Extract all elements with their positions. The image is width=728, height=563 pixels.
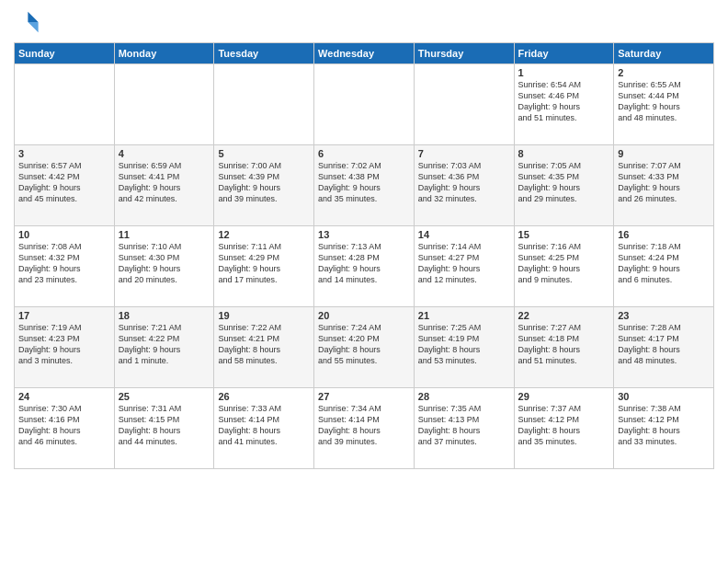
day-number: 25	[119, 391, 210, 402]
day-cell	[214, 64, 314, 145]
day-info: Sunrise: 7:33 AM Sunset: 4:14 PM Dayligh…	[218, 403, 310, 448]
day-cell: 15Sunrise: 7:16 AM Sunset: 4:25 PM Dayli…	[514, 226, 614, 307]
day-number: 6	[318, 148, 410, 159]
day-number: 26	[218, 391, 310, 402]
day-info: Sunrise: 6:57 AM Sunset: 4:42 PM Dayligh…	[18, 160, 110, 205]
day-number: 9	[618, 148, 710, 159]
week-row-1: 1Sunrise: 6:54 AM Sunset: 4:46 PM Daylig…	[15, 64, 714, 145]
day-cell: 22Sunrise: 7:27 AM Sunset: 4:18 PM Dayli…	[514, 307, 614, 388]
week-row-5: 24Sunrise: 7:30 AM Sunset: 4:16 PM Dayli…	[15, 388, 714, 469]
svg-marker-0	[28, 12, 38, 22]
weekday-header-tuesday: Tuesday	[214, 43, 314, 64]
day-cell: 27Sunrise: 7:34 AM Sunset: 4:14 PM Dayli…	[314, 388, 415, 469]
day-cell: 3Sunrise: 6:57 AM Sunset: 4:42 PM Daylig…	[15, 145, 115, 226]
day-info: Sunrise: 7:21 AM Sunset: 4:22 PM Dayligh…	[119, 322, 210, 367]
day-cell: 13Sunrise: 7:13 AM Sunset: 4:28 PM Dayli…	[314, 226, 415, 307]
day-cell: 14Sunrise: 7:14 AM Sunset: 4:27 PM Dayli…	[414, 226, 514, 307]
day-number: 15	[518, 229, 610, 240]
day-number: 30	[618, 391, 710, 402]
day-info: Sunrise: 7:37 AM Sunset: 4:12 PM Dayligh…	[518, 403, 610, 448]
day-info: Sunrise: 7:25 AM Sunset: 4:19 PM Dayligh…	[418, 322, 510, 367]
day-info: Sunrise: 7:07 AM Sunset: 4:33 PM Dayligh…	[618, 160, 710, 205]
day-cell: 12Sunrise: 7:11 AM Sunset: 4:29 PM Dayli…	[214, 226, 314, 307]
day-number: 18	[119, 310, 210, 321]
day-number: 10	[18, 229, 110, 240]
day-cell: 30Sunrise: 7:38 AM Sunset: 4:12 PM Dayli…	[614, 388, 714, 469]
day-number: 28	[418, 391, 510, 402]
day-info: Sunrise: 6:59 AM Sunset: 4:41 PM Dayligh…	[119, 160, 210, 205]
day-info: Sunrise: 7:35 AM Sunset: 4:13 PM Dayligh…	[418, 403, 510, 448]
day-cell: 1Sunrise: 6:54 AM Sunset: 4:46 PM Daylig…	[514, 64, 614, 145]
day-info: Sunrise: 7:00 AM Sunset: 4:39 PM Dayligh…	[218, 160, 310, 205]
day-number: 8	[518, 148, 610, 159]
day-cell: 23Sunrise: 7:28 AM Sunset: 4:17 PM Dayli…	[614, 307, 714, 388]
day-info: Sunrise: 7:08 AM Sunset: 4:32 PM Dayligh…	[18, 241, 110, 286]
day-number: 19	[218, 310, 310, 321]
day-info: Sunrise: 7:24 AM Sunset: 4:20 PM Dayligh…	[318, 322, 410, 367]
day-number: 11	[119, 229, 210, 240]
week-row-2: 3Sunrise: 6:57 AM Sunset: 4:42 PM Daylig…	[15, 145, 714, 226]
day-number: 4	[119, 148, 210, 159]
week-row-4: 17Sunrise: 7:19 AM Sunset: 4:23 PM Dayli…	[15, 307, 714, 388]
day-info: Sunrise: 7:16 AM Sunset: 4:25 PM Dayligh…	[518, 241, 610, 286]
day-info: Sunrise: 7:11 AM Sunset: 4:29 PM Dayligh…	[218, 241, 310, 286]
day-info: Sunrise: 7:30 AM Sunset: 4:16 PM Dayligh…	[18, 403, 110, 448]
week-row-3: 10Sunrise: 7:08 AM Sunset: 4:32 PM Dayli…	[15, 226, 714, 307]
day-number: 3	[18, 148, 110, 159]
day-number: 7	[418, 148, 510, 159]
page: SundayMondayTuesdayWednesdayThursdayFrid…	[0, 0, 728, 563]
day-cell	[314, 64, 415, 145]
day-number: 29	[518, 391, 610, 402]
header	[14, 9, 714, 35]
day-cell: 10Sunrise: 7:08 AM Sunset: 4:32 PM Dayli…	[15, 226, 115, 307]
day-number: 14	[418, 229, 510, 240]
weekday-header-thursday: Thursday	[414, 43, 514, 64]
day-cell: 25Sunrise: 7:31 AM Sunset: 4:15 PM Dayli…	[114, 388, 214, 469]
day-number: 22	[518, 310, 610, 321]
day-info: Sunrise: 7:27 AM Sunset: 4:18 PM Dayligh…	[518, 322, 610, 367]
day-number: 12	[218, 229, 310, 240]
day-cell	[15, 64, 115, 145]
day-info: Sunrise: 6:55 AM Sunset: 4:44 PM Dayligh…	[618, 79, 710, 124]
day-cell: 8Sunrise: 7:05 AM Sunset: 4:35 PM Daylig…	[514, 145, 614, 226]
day-cell: 2Sunrise: 6:55 AM Sunset: 4:44 PM Daylig…	[614, 64, 714, 145]
day-cell: 21Sunrise: 7:25 AM Sunset: 4:19 PM Dayli…	[414, 307, 514, 388]
day-info: Sunrise: 7:31 AM Sunset: 4:15 PM Dayligh…	[119, 403, 210, 448]
day-number: 16	[618, 229, 710, 240]
day-info: Sunrise: 7:19 AM Sunset: 4:23 PM Dayligh…	[18, 322, 110, 367]
day-info: Sunrise: 7:18 AM Sunset: 4:24 PM Dayligh…	[618, 241, 710, 286]
day-number: 17	[18, 310, 110, 321]
logo	[14, 9, 43, 35]
day-info: Sunrise: 7:13 AM Sunset: 4:28 PM Dayligh…	[318, 241, 410, 286]
day-info: Sunrise: 7:34 AM Sunset: 4:14 PM Dayligh…	[318, 403, 410, 448]
day-number: 20	[318, 310, 410, 321]
day-info: Sunrise: 7:28 AM Sunset: 4:17 PM Dayligh…	[618, 322, 710, 367]
day-info: Sunrise: 6:54 AM Sunset: 4:46 PM Dayligh…	[518, 79, 610, 124]
weekday-header-saturday: Saturday	[614, 43, 714, 64]
weekday-header-friday: Friday	[514, 43, 614, 64]
day-cell: 28Sunrise: 7:35 AM Sunset: 4:13 PM Dayli…	[414, 388, 514, 469]
day-cell: 29Sunrise: 7:37 AM Sunset: 4:12 PM Dayli…	[514, 388, 614, 469]
day-cell	[414, 64, 514, 145]
day-info: Sunrise: 7:05 AM Sunset: 4:35 PM Dayligh…	[518, 160, 610, 205]
weekday-header-row: SundayMondayTuesdayWednesdayThursdayFrid…	[15, 43, 714, 64]
svg-marker-1	[28, 22, 38, 32]
calendar: SundayMondayTuesdayWednesdayThursdayFrid…	[14, 42, 714, 469]
day-info: Sunrise: 7:14 AM Sunset: 4:27 PM Dayligh…	[418, 241, 510, 286]
day-number: 1	[518, 67, 610, 78]
day-cell: 26Sunrise: 7:33 AM Sunset: 4:14 PM Dayli…	[214, 388, 314, 469]
day-cell: 11Sunrise: 7:10 AM Sunset: 4:30 PM Dayli…	[114, 226, 214, 307]
day-number: 13	[318, 229, 410, 240]
day-number: 27	[318, 391, 410, 402]
day-info: Sunrise: 7:03 AM Sunset: 4:36 PM Dayligh…	[418, 160, 510, 205]
day-cell: 17Sunrise: 7:19 AM Sunset: 4:23 PM Dayli…	[15, 307, 115, 388]
day-info: Sunrise: 7:02 AM Sunset: 4:38 PM Dayligh…	[318, 160, 410, 205]
day-info: Sunrise: 7:22 AM Sunset: 4:21 PM Dayligh…	[218, 322, 310, 367]
day-number: 21	[418, 310, 510, 321]
day-number: 23	[618, 310, 710, 321]
day-cell: 20Sunrise: 7:24 AM Sunset: 4:20 PM Dayli…	[314, 307, 415, 388]
day-cell: 24Sunrise: 7:30 AM Sunset: 4:16 PM Dayli…	[15, 388, 115, 469]
day-cell: 16Sunrise: 7:18 AM Sunset: 4:24 PM Dayli…	[614, 226, 714, 307]
day-cell: 6Sunrise: 7:02 AM Sunset: 4:38 PM Daylig…	[314, 145, 415, 226]
day-info: Sunrise: 7:38 AM Sunset: 4:12 PM Dayligh…	[618, 403, 710, 448]
